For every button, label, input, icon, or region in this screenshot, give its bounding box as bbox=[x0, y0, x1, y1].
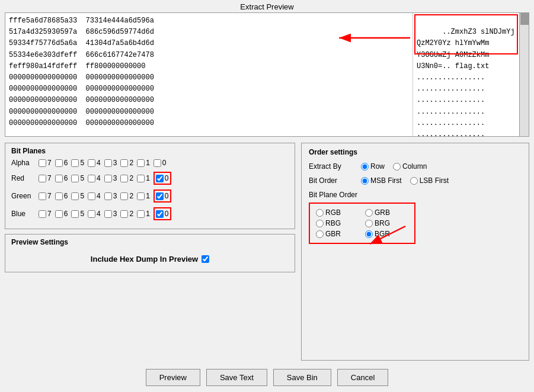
rgb-radio[interactable] bbox=[316, 209, 324, 217]
green-bit3-input[interactable] bbox=[104, 192, 112, 200]
preview-button[interactable]: Preview bbox=[146, 369, 200, 386]
blue-bit2[interactable]: 2 bbox=[120, 210, 133, 218]
alpha-bit6-input[interactable] bbox=[55, 159, 63, 167]
green-bit6[interactable]: 6 bbox=[55, 192, 68, 200]
red-bit7-input[interactable] bbox=[39, 175, 46, 182]
alpha-row: Alpha 7 6 5 4 3 2 1 0 bbox=[11, 159, 289, 167]
green-bit4-input[interactable] bbox=[88, 192, 95, 200]
blue-bit4-input[interactable] bbox=[88, 210, 95, 218]
lsb-first-option[interactable]: LSB First bbox=[410, 176, 449, 185]
alpha-bit6[interactable]: 6 bbox=[55, 159, 68, 167]
green-bit0[interactable]: 0 bbox=[156, 192, 169, 200]
green-bit1-input[interactable] bbox=[137, 192, 145, 200]
green-bit5[interactable]: 5 bbox=[71, 192, 84, 200]
include-hex-checkbox[interactable] bbox=[202, 255, 209, 263]
lsb-first-radio[interactable] bbox=[410, 177, 418, 185]
bit-order-label: Bit Order bbox=[309, 176, 356, 185]
alpha-bit0-input[interactable] bbox=[154, 159, 161, 167]
blue-row: Blue 7 6 5 4 3 2 1 0 bbox=[11, 207, 289, 220]
green-bit3[interactable]: 3 bbox=[104, 192, 117, 200]
save-bin-button[interactable]: Save Bin bbox=[273, 369, 331, 386]
blue-bit1-input[interactable] bbox=[137, 210, 145, 218]
msb-first-option[interactable]: MSB First bbox=[361, 176, 402, 185]
blue-bit7-input[interactable] bbox=[39, 210, 46, 218]
alpha-bit5-input[interactable] bbox=[71, 159, 79, 167]
rbg-option[interactable]: RBG bbox=[316, 219, 359, 227]
red-bit1-input[interactable] bbox=[137, 175, 145, 182]
extract-by-row-option[interactable]: Row bbox=[361, 162, 385, 171]
blue-bit6[interactable]: 6 bbox=[55, 210, 68, 218]
cancel-button[interactable]: Cancel bbox=[337, 369, 388, 386]
extract-by-column-option[interactable]: Column bbox=[393, 162, 427, 171]
alpha-bit2-input[interactable] bbox=[120, 159, 128, 167]
buttons-row: Preview Save Text Save Bin Cancel bbox=[0, 364, 534, 392]
extract-by-column-radio[interactable] bbox=[393, 163, 401, 171]
brg-option[interactable]: BRG bbox=[365, 219, 408, 227]
preview-scrollbar[interactable] bbox=[519, 13, 529, 136]
red-bit5[interactable]: 5 bbox=[71, 174, 84, 182]
blue-bit5-input[interactable] bbox=[71, 210, 79, 218]
green-bit2[interactable]: 2 bbox=[120, 192, 133, 200]
blue-bit4[interactable]: 4 bbox=[88, 210, 101, 218]
bgr-radio[interactable] bbox=[365, 230, 373, 238]
extract-by-row-radio[interactable] bbox=[361, 163, 369, 171]
scrollbar-thumb[interactable] bbox=[520, 13, 529, 25]
rgb-option[interactable]: RGB bbox=[316, 208, 359, 217]
bgr-option[interactable]: BGR bbox=[365, 230, 408, 238]
green-bit7[interactable]: 7 bbox=[39, 192, 52, 200]
red-bit4-input[interactable] bbox=[88, 175, 95, 182]
alpha-bit7[interactable]: 7 bbox=[39, 159, 52, 167]
red-bit5-input[interactable] bbox=[71, 175, 79, 182]
green-bit4[interactable]: 4 bbox=[88, 192, 101, 200]
red-bit0-input[interactable] bbox=[156, 175, 164, 182]
blue-bit1[interactable]: 1 bbox=[137, 210, 150, 218]
red-bit0[interactable]: 0 bbox=[156, 174, 169, 182]
green-bit1[interactable]: 1 bbox=[137, 192, 150, 200]
gbr-option[interactable]: GBR bbox=[316, 230, 359, 238]
alpha-bit5[interactable]: 5 bbox=[71, 159, 84, 167]
green-bit7-input[interactable] bbox=[39, 192, 46, 200]
red-bit3[interactable]: 3 bbox=[104, 174, 117, 182]
blue-bit2-input[interactable] bbox=[120, 210, 128, 218]
gbr-radio[interactable] bbox=[316, 230, 324, 238]
bit-plane-order-section: Bit Plane Order RGB GRB RBG bbox=[309, 191, 522, 244]
alpha-bit3[interactable]: 3 bbox=[104, 159, 117, 167]
green-bit5-input[interactable] bbox=[71, 192, 79, 200]
blue-bit3-input[interactable] bbox=[104, 210, 112, 218]
alpha-bit0[interactable]: 0 bbox=[154, 159, 167, 167]
grb-radio[interactable] bbox=[365, 209, 373, 217]
green-label: Green bbox=[11, 192, 36, 200]
red-bit6-input[interactable] bbox=[55, 175, 63, 182]
red-bit7[interactable]: 7 bbox=[39, 174, 52, 182]
alpha-bit1[interactable]: 1 bbox=[137, 159, 150, 167]
blue-bit6-input[interactable] bbox=[55, 210, 63, 218]
red-bit1[interactable]: 1 bbox=[137, 174, 150, 182]
red-bit2-input[interactable] bbox=[120, 175, 128, 182]
green-bit2-input[interactable] bbox=[120, 192, 128, 200]
red-bit3-input[interactable] bbox=[104, 175, 112, 182]
preview-settings-section: Preview Settings Include Hex Dump In Pre… bbox=[5, 234, 295, 272]
brg-radio[interactable] bbox=[365, 220, 373, 227]
alpha-bit2[interactable]: 2 bbox=[120, 159, 133, 167]
alpha-bit7-input[interactable] bbox=[39, 159, 46, 167]
blue-bit5[interactable]: 5 bbox=[71, 210, 84, 218]
blue-bit0-input[interactable] bbox=[156, 210, 164, 218]
red-bit4[interactable]: 4 bbox=[88, 174, 101, 182]
grb-option[interactable]: GRB bbox=[365, 208, 408, 217]
alpha-bit4[interactable]: 4 bbox=[88, 159, 101, 167]
blue-bit3[interactable]: 3 bbox=[104, 210, 117, 218]
blue-bit7[interactable]: 7 bbox=[39, 210, 52, 218]
green-bit0-input[interactable] bbox=[156, 192, 164, 200]
rbg-radio[interactable] bbox=[316, 220, 324, 227]
green-bit6-input[interactable] bbox=[55, 192, 63, 200]
alpha-bit1-input[interactable] bbox=[137, 159, 145, 167]
red-label: Red bbox=[11, 174, 36, 182]
red-bit6[interactable]: 6 bbox=[55, 174, 68, 182]
alpha-bit3-input[interactable] bbox=[104, 159, 112, 167]
blue-bit0[interactable]: 0 bbox=[156, 210, 169, 218]
red-bit2[interactable]: 2 bbox=[120, 174, 133, 182]
alpha-bit4-input[interactable] bbox=[88, 159, 95, 167]
bit-planes-section: Bit Planes Alpha 7 6 5 4 3 2 1 0 Red bbox=[5, 143, 295, 229]
msb-first-radio[interactable] bbox=[361, 177, 369, 185]
save-text-button[interactable]: Save Text bbox=[206, 369, 267, 386]
